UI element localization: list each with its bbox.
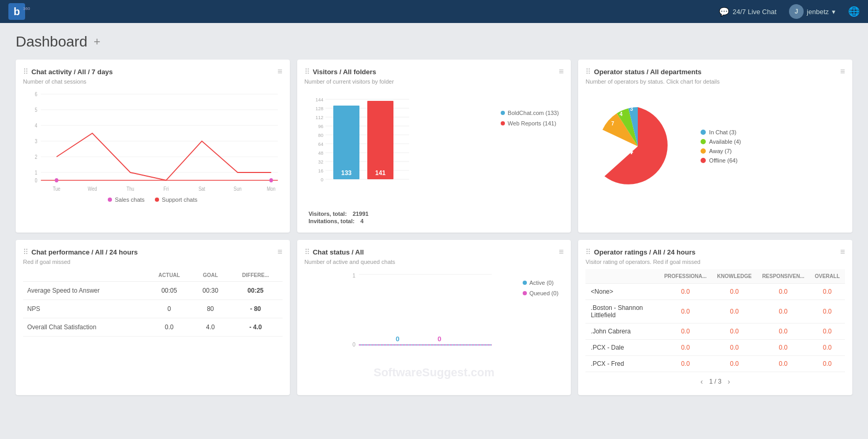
logo-360: 360 [23,6,30,11]
ratings-overall-4: 0.0 [809,356,845,372]
operator-status-menu[interactable]: ≡ [840,67,845,76]
grid-icon-status: ⠿ [305,248,310,256]
svg-text:7: 7 [612,121,615,126]
chat-performance-card: ⠿ Chat performance / All / 24 hours ≡ Re… [16,240,290,395]
chat-perf-title: Chat performance / All / 24 hours [31,248,138,256]
line-chart-svg: 6 5 4 3 2 1 0 Tue Wed Thu Fri Sat Sun Mo… [23,89,283,193]
chat-status-chart-area: 1 0 0 0 Active (0) [305,269,564,353]
svg-text:32: 32 [318,159,323,165]
svg-point-22 [269,178,273,182]
ratings-overall-1: 0.0 [809,300,845,324]
visitors-menu-icon[interactable]: ≡ [559,67,563,76]
svg-text:6: 6 [35,91,38,97]
ratings-resp-3: 0.0 [757,340,810,356]
row-label-nps: NPS [23,300,146,318]
bar-chart-container: 144 128 112 96 80 64 48 32 16 0 133 [305,94,501,200]
page-title: Dashboard [16,33,87,50]
bar-webreports [367,101,393,179]
chat-status-menu[interactable]: ≡ [559,247,563,257]
grid-icon-perf: ⠿ [23,248,28,256]
row-label-speed: Average Speed to Answer [23,282,146,300]
svg-text:0: 0 [321,177,323,182]
grid-icon-op: ⠿ [585,67,591,76]
ratings-name-1: .Boston - Shannon Littlefield [585,300,659,324]
ratings-prof-2: 0.0 [659,324,712,340]
legend-webreports: Web Reports (141) [501,120,563,126]
ratings-resp-0: 0.0 [757,284,810,300]
svg-text:4: 4 [35,123,38,129]
queued-legend: Queued (0) [523,290,559,296]
pie-legend: In Chat (3) Available (4) Away (7) Offli… [701,129,741,164]
svg-text:2: 2 [35,154,38,160]
ratings-resp-1: 0.0 [757,300,810,324]
page-title-row: Dashboard + [16,33,852,50]
legend-in-chat: In Chat (3) [701,129,741,135]
bar-chart-svg: 144 128 112 96 80 64 48 32 16 0 133 [305,94,420,199]
performance-table: ACTUAL GOAL DIFFERE... Average Speed to … [23,269,283,337]
svg-text:Sun: Sun [234,186,242,192]
ratings-know-4: 0.0 [712,356,757,372]
add-dashboard-button[interactable]: + [94,35,100,49]
operator-ratings-title: Operator ratings / All / 24 hours [594,248,695,256]
ratings-prof-1: 0.0 [659,300,712,324]
logo-b: b [8,3,25,20]
svg-text:64: 64 [622,145,634,156]
ratings-overall-2: 0.0 [809,324,845,340]
username-label: jenbetz [807,8,829,16]
row-diff-speed: 00:25 [229,282,282,300]
svg-text:64: 64 [318,142,323,147]
table-row: .John Cabrera 0.0 0.0 0.0 0.0 [585,324,845,340]
chat-perf-subtitle: Red if goal missed [23,259,283,265]
ratings-overall-0: 0.0 [809,284,845,300]
chat-activity-subtitle: Number of chat sessions [23,78,283,85]
chat-activity-title: Chat activity / All / 7 days [31,68,113,76]
ratings-prof-0: 0.0 [659,284,712,300]
svg-text:Thu: Thu [127,186,134,192]
svg-text:5: 5 [35,107,38,113]
operator-ratings-card: ⠿ Operator ratings / All / 24 hours ≡ Vi… [578,240,852,395]
row-diff-nps: - 80 [229,300,282,318]
ratings-know-0: 0.0 [712,284,757,300]
ratings-name-0: <None> [585,284,659,300]
operator-ratings-subtitle: Visitor rating of operators. Red if goal… [585,259,845,265]
col-actual-header: ACTUAL [146,269,192,282]
svg-text:3: 3 [630,106,634,112]
watermark: SoftwareSuggest.com [374,366,494,379]
operator-ratings-menu[interactable]: ≡ [840,247,845,257]
active-legend: Active (0) [523,280,559,286]
live-chat-nav[interactable]: 💬 24/7 Live Chat [719,7,776,17]
chat-status-subtitle: Number of active and queued chats [305,259,564,265]
operator-status-title: Operator status / All departments [594,68,701,76]
card-menu-icon[interactable]: ≡ [277,67,282,76]
user-menu[interactable]: J jenbetz ▾ [789,4,836,19]
svg-text:133: 133 [341,169,352,177]
table-row: .PCX - Dale 0.0 0.0 0.0 0.0 [585,340,845,356]
pagination-prev[interactable]: ‹ [701,377,703,386]
ratings-col-name [585,269,659,284]
col-diff-header: DIFFERE... [229,269,282,282]
svg-text:80: 80 [318,133,323,138]
globe-icon[interactable]: 🌐 [848,6,860,17]
row-goal-nps: 80 [192,300,229,318]
bar-boldchat [333,106,359,179]
svg-text:1: 1 [35,170,38,176]
row-goal-ocs: 4.0 [192,318,229,337]
chat-status-legend: Active (0) Queued (0) [523,280,559,296]
visitors-card: ⠿ Visitors / All folders ≡ Number of cur… [297,60,571,233]
chat-perf-menu[interactable]: ≡ [277,247,282,257]
ratings-overall-3: 0.0 [809,340,845,356]
row-actual-speed: 00:05 [146,282,192,300]
chat-activity-card: ⠿ Chat activity / All / 7 days ≡ Number … [16,60,290,233]
chat-icon: 💬 [719,7,729,17]
svg-text:0: 0 [35,178,38,183]
pagination-next[interactable]: › [728,377,730,386]
ratings-col-professional: PROFESSIONA... [659,269,712,284]
svg-text:128: 128 [315,106,323,111]
svg-text:112: 112 [315,115,323,120]
legend-available: Available (4) [701,138,741,145]
svg-text:4: 4 [620,111,623,117]
ratings-resp-2: 0.0 [757,324,810,340]
svg-text:Fri: Fri [163,186,168,192]
svg-text:1: 1 [352,273,355,279]
legend-boldchat: BoldChat.com (133) [501,110,563,116]
